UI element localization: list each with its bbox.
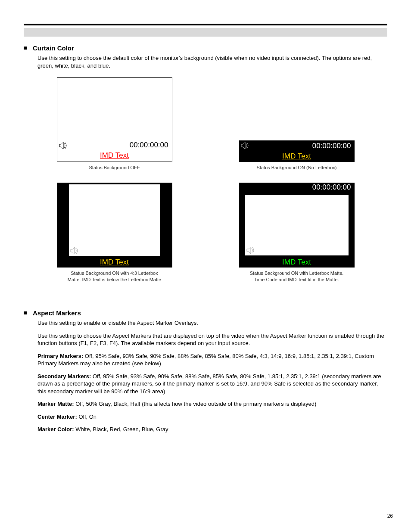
bullet-icon <box>24 47 27 50</box>
figure-b-status-bar: 00:00:00:00 IMD Text <box>239 140 355 162</box>
curtain-body: Use this setting to choose the default c… <box>37 54 387 69</box>
figure-d-frame: 00:00:00:00 <box>239 183 355 268</box>
figure-d: 00:00:00:00 <box>239 183 355 283</box>
aspect-matte: Marker Matte: Off, 50% Gray, Black, Half… <box>37 400 387 408</box>
aspect-primary-opts: Off, 95% Safe, 93% Safe, 90% Safe, 88% S… <box>37 353 374 367</box>
aspect-secondary-label: Secondary Markers: <box>37 373 91 380</box>
figure-c-bottom-bar: IMD Text <box>57 257 172 268</box>
aspect-color-label: Marker Color: <box>37 426 74 432</box>
speaker-icon <box>241 142 249 149</box>
aspect-matte-label: Marker Matte: <box>37 401 74 407</box>
header-rule <box>24 24 387 25</box>
svg-marker-3 <box>247 247 251 254</box>
figure-d-caption: Status Background ON with Letterbox Matt… <box>250 270 344 283</box>
figure-b-frame: 00:00:00:00 IMD Text <box>239 77 355 162</box>
figure-c-imd: IMD Text <box>100 258 129 266</box>
figure-c: 00:00:00:00 IMD Text Status Background O… <box>57 183 172 283</box>
figure-a-timecode: 00:00:00:00 <box>130 141 168 149</box>
figure-c-inner: 00:00:00:00 <box>57 183 172 257</box>
figure-b-timecode: 00:00:00:00 <box>312 142 351 150</box>
figure-b-caption: Status Background ON (No Letterbox) <box>257 165 337 171</box>
figures-wrap: 00:00:00:00 IMD Text Status Background O… <box>24 77 387 283</box>
aspect-heading: Aspect Markers <box>33 309 81 317</box>
speaker-icon <box>59 142 68 149</box>
bullet-icon <box>24 311 27 314</box>
aspect-secondary: Secondary Markers: Off, 95% Safe, 93% Sa… <box>37 373 387 395</box>
section-bar-1 <box>24 28 387 37</box>
figure-c-video-area: 00:00:00:00 <box>69 184 160 256</box>
figure-d-video-area <box>245 195 349 255</box>
aspect-heading-row: Aspect Markers <box>24 309 387 317</box>
aspect-body1: Use this setting to enable or disable th… <box>37 319 387 327</box>
aspect-primary: Primary Markers: Off, 95% Safe, 93% Safe… <box>37 352 387 367</box>
speaker-icon <box>246 246 255 254</box>
aspect-body2: Use this setting to choose the Aspect Ma… <box>37 332 387 347</box>
figure-d-timecode: 00:00:00:00 <box>312 183 351 192</box>
svg-marker-2 <box>71 247 75 254</box>
figure-d-bottom-bar: IMD Text <box>239 257 355 268</box>
aspect-primary-label: Primary Markers: <box>37 353 83 359</box>
svg-marker-1 <box>241 142 245 149</box>
aspect-center-opts: Off, On <box>78 414 97 420</box>
figure-c-frame: 00:00:00:00 IMD Text <box>57 183 172 268</box>
figure-c-caption: Status Background ON with 4:3 Letterbox … <box>68 270 161 283</box>
figure-d-imd: IMD Text <box>282 258 311 266</box>
figure-a: 00:00:00:00 IMD Text Status Background O… <box>57 77 172 171</box>
curtain-heading-row: Curtain Color <box>24 44 387 52</box>
figure-b-video-area <box>239 77 355 140</box>
figure-a-frame: 00:00:00:00 IMD Text <box>57 77 172 162</box>
aspect-center-label: Center Marker: <box>37 414 77 420</box>
figure-d-top-bar: 00:00:00:00 <box>239 183 355 193</box>
aspect-matte-opts: Off, 50% Gray, Black, Half (this affects… <box>75 401 316 407</box>
aspect-color: Marker Color: White, Black, Red, Green, … <box>37 426 387 433</box>
page-number: 26 <box>387 513 393 519</box>
curtain-heading: Curtain Color <box>33 44 74 52</box>
speaker-icon <box>70 247 79 255</box>
figure-row-2: 00:00:00:00 IMD Text Status Background O… <box>57 183 355 283</box>
figure-row-1: 00:00:00:00 IMD Text Status Background O… <box>57 77 355 171</box>
aspect-color-opts: White, Black, Red, Green, Blue, Gray <box>75 426 168 432</box>
figure-b: 00:00:00:00 IMD Text Status Background O… <box>239 77 355 171</box>
figure-c-timecode: 00:00:00:00 <box>120 246 159 255</box>
figure-b-imd: IMD Text <box>282 152 311 161</box>
figure-a-imd: IMD Text <box>100 151 129 160</box>
figure-a-caption: Status Background OFF <box>89 165 140 171</box>
figure-d-mid <box>239 193 355 257</box>
aspect-center: Center Marker: Off, On <box>37 413 387 421</box>
svg-marker-0 <box>59 142 63 149</box>
